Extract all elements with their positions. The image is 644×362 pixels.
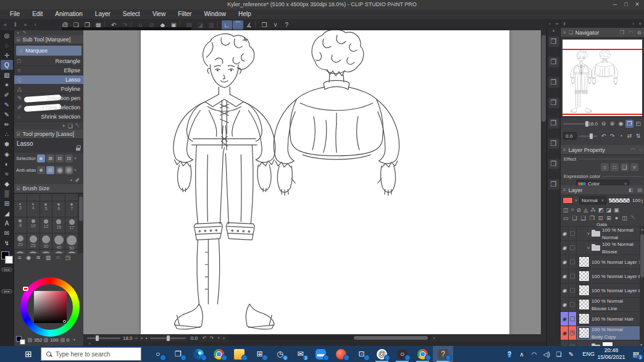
language-indicator[interactable]: ENG xyxy=(582,346,595,362)
menu-item[interactable]: Select xyxy=(117,9,146,19)
taskbar-app-button[interactable] xyxy=(412,346,433,362)
start-button[interactable]: ⊞ xyxy=(16,346,41,362)
layer-panel-tab-icon[interactable]: ◧ xyxy=(629,187,634,193)
brush-size-cell[interactable]: 2 xyxy=(52,193,65,201)
brush-size-cell[interactable]: 5 xyxy=(40,201,53,217)
navigator-rotate-icon[interactable]: ↷ xyxy=(608,132,616,140)
brush-size-header[interactable]: ⍃ Brush Size xyxy=(14,184,83,193)
palette-color-swatch[interactable] xyxy=(562,197,573,204)
dock-icon[interactable]: ‖ xyxy=(10,22,20,28)
opacity-spinner[interactable]: ▴▾ xyxy=(641,198,643,203)
layer-panel-header[interactable]: ≡ Layer ◧▤ xyxy=(561,185,644,195)
taskbar-app-button[interactable] xyxy=(188,346,209,362)
layer-visibility-toggle[interactable]: ◉ xyxy=(561,269,569,283)
zoom-out-button[interactable]: − xyxy=(135,335,138,341)
zoom-fit-button[interactable]: ▪ xyxy=(146,335,148,341)
brush-size-cell[interactable]: 40 xyxy=(52,234,65,250)
layer-command-icon[interactable]: ⊡ xyxy=(598,215,603,221)
dock-arrow-icon[interactable]: » xyxy=(639,21,642,27)
menu-item[interactable]: View xyxy=(146,9,172,19)
menu-item[interactable]: Window xyxy=(198,9,232,19)
zoom-slider[interactable] xyxy=(87,337,120,339)
tray-icon[interactable]: ◠ xyxy=(528,346,540,362)
brush-size-cell[interactable]: 15 xyxy=(52,217,65,234)
layer-command-icon[interactable]: ● xyxy=(615,215,618,221)
vscroll-thumb[interactable] xyxy=(542,35,546,122)
layer-row[interactable]: ◉ ˅ 100 % Normal Layer 7 xyxy=(561,255,644,269)
layer-property-menu-icon[interactable]: ≡ xyxy=(563,147,566,153)
layer-visibility-toggle[interactable]: ◉ xyxy=(561,312,569,326)
taskbar-app-button[interactable]: @ xyxy=(372,346,392,362)
brush-size-scrollbar[interactable] xyxy=(78,194,83,253)
minimize-button[interactable]: ─ xyxy=(609,0,621,9)
layer-visibility-toggle[interactable]: ◉ xyxy=(561,241,569,255)
dock-icon[interactable]: « xyxy=(20,22,31,28)
layer-panel-menu-icon[interactable]: ≡ xyxy=(563,187,566,193)
taskbar-app-button[interactable] xyxy=(229,346,249,362)
layer-visibility-toggle[interactable]: ◉ xyxy=(561,227,569,240)
layer-command-icon[interactable]: ❏ xyxy=(572,215,577,221)
brush-size-cell[interactable]: 1 xyxy=(27,193,40,201)
palette-mini-icon[interactable]: ✎ xyxy=(23,30,27,35)
navigator-zoom-icon[interactable]: ⊖ xyxy=(600,120,608,128)
layer-thumbnail[interactable] xyxy=(579,271,590,282)
blend-mode-dropdown[interactable]: Normal˅ xyxy=(579,196,606,204)
taskbar-app-button[interactable] xyxy=(209,346,229,362)
tool-button[interactable]: ✎ xyxy=(1,99,13,109)
tray-icon[interactable]: ❏ xyxy=(553,346,565,362)
layer-list-scrollbar[interactable]: ▴ ▾ xyxy=(640,227,644,347)
navigator-zoom-icon[interactable]: ◰ xyxy=(634,120,642,128)
subtool-item[interactable]: □ Rectangle xyxy=(14,57,83,66)
layer-row[interactable]: ◉ ✎ ˅ 100 % Normal Body Copy xyxy=(561,326,644,340)
effect-icon[interactable]: ∷ xyxy=(611,163,619,171)
material-tab-icon[interactable]: ❒ xyxy=(548,98,559,108)
selection-mode-option[interactable]: ⊟ xyxy=(56,154,64,162)
layer-option-icon[interactable]: ◬ xyxy=(583,207,588,213)
mini-color-swatches[interactable] xyxy=(16,336,26,344)
tool-button[interactable]: ≈ xyxy=(1,169,13,179)
subtool-footer-icon[interactable]: ␡ xyxy=(75,122,80,129)
navigator-zoom-icon[interactable]: ⊕ xyxy=(608,120,616,128)
brush-size-cell[interactable]: 2.5 xyxy=(65,193,78,201)
brush-size-cell[interactable]: 6 xyxy=(52,201,65,217)
toolbar-icon[interactable] xyxy=(255,21,259,28)
main-color-swatches[interactable] xyxy=(1,251,13,265)
color-switch-pill[interactable] xyxy=(1,267,12,272)
layer-row[interactable]: ◉ ˅ 100 % Normal Blouse Line xyxy=(561,298,644,312)
selection-mode-dropdown-icon[interactable]: ˅ xyxy=(74,156,77,161)
tool-button[interactable]: Q xyxy=(1,60,13,70)
toolbar-icon[interactable]: ? xyxy=(282,20,292,30)
effect-icon[interactable]: ❏ xyxy=(621,163,629,171)
tool-button[interactable]: ✉ xyxy=(1,228,13,238)
brush-size-cell[interactable]: 60 xyxy=(14,250,27,253)
hscroll-thumb[interactable] xyxy=(354,336,428,340)
canvas-vertical-scrollbar[interactable] xyxy=(541,30,546,334)
layer-visibility-toggle[interactable]: ◉ xyxy=(561,326,569,340)
brush-size-footer-icon[interactable]: ⁙ xyxy=(56,255,61,261)
brush-size-footer-icon[interactable]: ▥ xyxy=(46,255,51,261)
brush-size-cell[interactable]: 0.7 xyxy=(14,193,27,201)
canvas-rotate-icon[interactable]: ◔ xyxy=(217,335,220,341)
dock-arrow-icon[interactable]: ‖ xyxy=(563,21,565,27)
layer-row[interactable]: ◉ ˅ 100 % Normal Layer 6 xyxy=(561,269,644,284)
navigator-preview[interactable] xyxy=(561,38,643,117)
material-tab-icon[interactable]: ❒ xyxy=(548,118,559,128)
layer-visibility-toggle[interactable]: ◉ xyxy=(561,298,569,311)
aa-medium-option[interactable] xyxy=(56,166,64,174)
layer-row[interactable]: ◉ ˅ 100 % Normal Blouse xyxy=(561,241,644,255)
material-tab-icon[interactable]: ❒ xyxy=(548,57,559,67)
palette-mini-icon[interactable]: ≡ xyxy=(17,31,19,35)
layer-draft-cell[interactable] xyxy=(569,227,577,240)
layer-command-icon[interactable]: ▭ xyxy=(563,215,569,221)
layer-draft-cell[interactable] xyxy=(569,255,577,269)
brush-size-cell[interactable]: 30 xyxy=(40,234,53,250)
tool-button[interactable]: A xyxy=(1,218,13,228)
scroll-right-arrow[interactable]: › xyxy=(433,335,435,341)
taskbar-app-button[interactable]: ✉ 3 xyxy=(290,346,311,362)
brush-size-cell[interactable]: 4 xyxy=(27,201,40,217)
material-tab-icon[interactable]: ❒ xyxy=(548,159,559,169)
subtool-footer-icon[interactable]: ❏ xyxy=(68,123,73,129)
taskbar-app-button[interactable]: ○ xyxy=(392,346,412,362)
layer-row-partial[interactable]: Gaia xyxy=(561,222,644,227)
tool-button[interactable]: ✶ xyxy=(1,80,13,90)
